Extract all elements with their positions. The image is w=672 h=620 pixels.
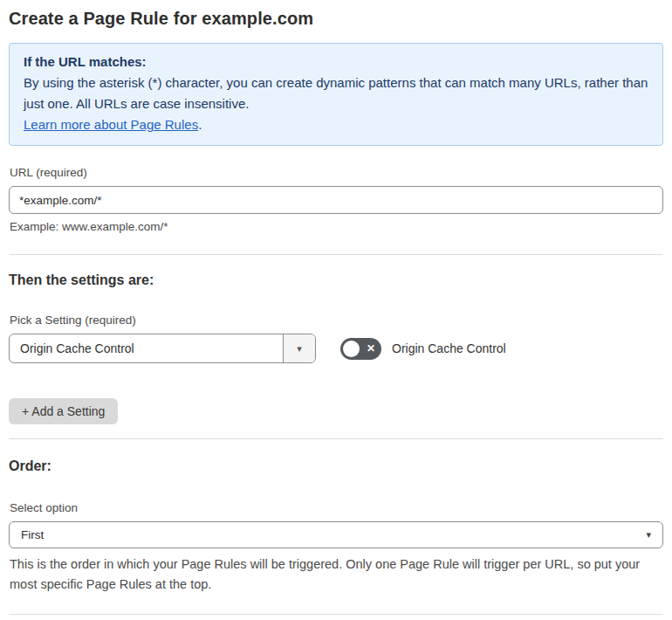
url-field-label: URL (required) [10, 166, 663, 179]
info-box-link-line: Learn more about Page Rules. [24, 114, 648, 135]
divider [9, 614, 663, 615]
toggle-off-x-icon: ✕ [367, 338, 375, 360]
order-select[interactable]: First ▾ [9, 521, 663, 548]
setting-select-value: Origin Cache Control [10, 334, 283, 362]
page-title: Create a Page Rule for example.com [9, 9, 663, 29]
link-suffix: . [198, 117, 202, 132]
order-select-label: Select option [10, 501, 663, 514]
pick-setting-label: Pick a Setting (required) [10, 313, 663, 327]
toggle-knob [343, 341, 360, 357]
settings-section-heading: Then the settings are: [9, 272, 663, 288]
toggle-label: Origin Cache Control [392, 341, 506, 355]
chevron-down-icon: ▾ [297, 343, 302, 355]
url-match-info-box: If the URL matches: By using the asteris… [9, 43, 663, 146]
setting-select[interactable]: Origin Cache Control ▾ [9, 334, 316, 363]
url-example-text: Example: www.example.com/* [10, 220, 663, 233]
add-setting-button[interactable]: + Add a Setting [9, 398, 118, 424]
order-help-text: This is the order in which your Page Rul… [10, 555, 660, 595]
order-select-value: First [21, 528, 44, 541]
order-section-heading: Order: [9, 458, 663, 474]
page-rule-form: Create a Page Rule for example.com If th… [0, 0, 672, 620]
divider [9, 254, 663, 255]
divider [9, 438, 663, 439]
chevron-down-icon: ▾ [646, 529, 651, 541]
info-box-body: By using the asterisk (*) character, you… [24, 72, 648, 114]
setting-row: Origin Cache Control ▾ ✕ Origin Cache Co… [9, 334, 663, 363]
learn-more-link[interactable]: Learn more about Page Rules [24, 117, 198, 132]
setting-select-arrow-button[interactable]: ▾ [283, 334, 315, 362]
url-input[interactable] [9, 186, 663, 214]
origin-cache-control-toggle[interactable]: ✕ [340, 338, 381, 360]
info-box-heading: If the URL matches: [24, 52, 648, 72]
